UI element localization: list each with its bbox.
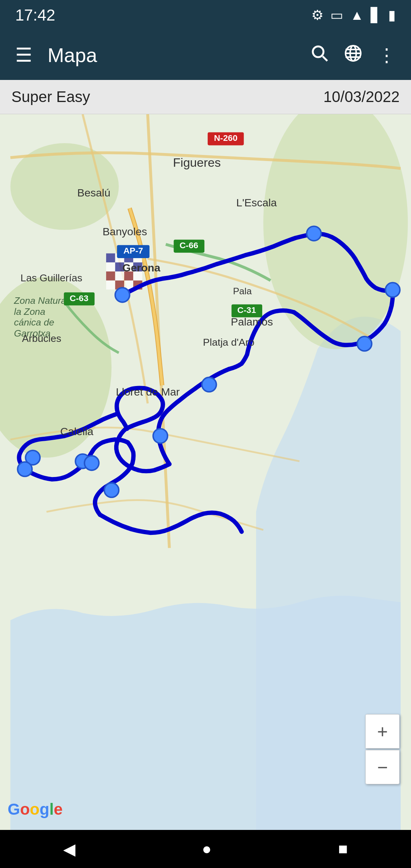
svg-text:Arbúcies: Arbúcies [22, 333, 61, 344]
svg-point-0 [313, 46, 323, 57]
sim-icon: ▭ [330, 7, 343, 23]
svg-text:Besalú: Besalú [77, 187, 110, 199]
google-letter-o2: o [30, 800, 40, 819]
google-letter-l: l [49, 800, 54, 819]
svg-text:N-260: N-260 [214, 133, 237, 143]
svg-rect-24 [106, 281, 115, 290]
map-container[interactable]: Figueres Besalú Banyoles L'Escala Zona N… [0, 114, 411, 830]
globe-button[interactable] [340, 40, 366, 70]
svg-text:Las Guillerías: Las Guillerías [21, 272, 82, 284]
svg-text:C-66: C-66 [180, 240, 198, 250]
svg-text:Banyoles: Banyoles [102, 225, 147, 238]
home-button[interactable]: ● [191, 836, 223, 862]
svg-point-32 [202, 377, 217, 392]
wifi-icon: ▲ [350, 7, 364, 23]
svg-text:Lloret de Mar: Lloret de Mar [116, 386, 180, 398]
svg-text:Palamós: Palamós [231, 316, 273, 328]
app-title: Mapa [48, 44, 295, 67]
svg-line-1 [323, 56, 327, 61]
google-logo: G o o g l e [8, 800, 63, 819]
svg-text:la Zona: la Zona [14, 306, 45, 317]
route-date: 10/03/2022 [323, 88, 400, 105]
bottom-nav: ◀ ● ■ [0, 830, 411, 868]
google-letter-g2: g [40, 800, 49, 819]
status-bar: 17:42 ⚙ ▭ ▲ ▋ ▮ [0, 0, 411, 30]
svg-point-29 [307, 226, 321, 241]
zoom-out-button[interactable]: − [365, 750, 400, 784]
svg-text:Pala: Pala [233, 286, 252, 296]
svg-point-28 [115, 288, 130, 302]
route-info-bar: Super Easy 10/03/2022 [0, 80, 411, 114]
google-letter-g: G [8, 800, 20, 819]
back-button[interactable]: ◀ [52, 836, 87, 862]
battery-icon: ▮ [388, 7, 396, 23]
status-icons: ⚙ ▭ ▲ ▋ ▮ [311, 7, 396, 23]
map-svg: Figueres Besalú Banyoles L'Escala Zona N… [0, 114, 411, 830]
svg-point-36 [18, 462, 32, 476]
settings-icon: ⚙ [311, 7, 323, 23]
svg-text:C-31: C-31 [237, 305, 256, 315]
svg-point-33 [153, 429, 167, 443]
svg-text:C-63: C-63 [70, 293, 88, 303]
zoom-in-button[interactable]: + [365, 714, 400, 748]
svg-rect-20 [106, 271, 115, 281]
svg-point-30 [386, 282, 400, 297]
status-time: 17:42 [15, 6, 55, 24]
svg-text:L'Escala: L'Escala [236, 196, 277, 209]
app-bar-actions: ⋮ [307, 40, 400, 70]
google-letter-e: e [54, 800, 62, 819]
route-name: Super Easy [11, 88, 90, 105]
svg-point-31 [357, 337, 372, 351]
svg-text:Calella: Calella [60, 425, 93, 437]
svg-point-38 [84, 456, 99, 470]
svg-text:Figueres: Figueres [173, 156, 221, 169]
more-button[interactable]: ⋮ [374, 41, 400, 70]
search-button[interactable] [307, 40, 333, 70]
menu-button[interactable]: ☰ [11, 40, 36, 70]
svg-rect-16 [106, 262, 115, 271]
svg-rect-12 [106, 254, 115, 263]
svg-text:Platja d'Aro: Platja d'Aro [203, 337, 254, 348]
svg-text:Zona Natural: Zona Natural [14, 295, 69, 306]
app-bar: ☰ Mapa ⋮ [0, 30, 411, 80]
zoom-controls: + − [365, 714, 400, 784]
svg-text:Gerona: Gerona [123, 262, 161, 274]
svg-text:AP-7: AP-7 [123, 246, 143, 256]
svg-text:cánica de: cánica de [14, 317, 54, 327]
google-letter-o1: o [20, 800, 30, 819]
recents-button[interactable]: ■ [327, 836, 359, 862]
svg-point-37 [104, 483, 119, 497]
signal-icon: ▋ [371, 7, 381, 23]
